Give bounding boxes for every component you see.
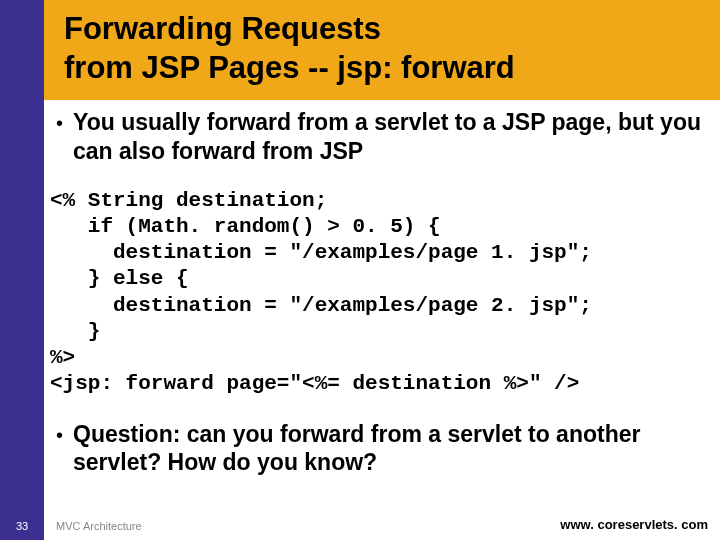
sidebar-accent [0,0,44,540]
title-line-1: Forwarding Requests [64,11,381,46]
footer-right: www. coreservlets. com [560,517,708,532]
footer-left: MVC Architecture [56,520,142,532]
bullet-2: • Question: can you forward from a servl… [56,420,704,478]
bullet-dot-icon: • [56,422,63,448]
page-number: 33 [12,520,32,532]
bullet-1: • You usually forward from a servlet to … [56,108,704,166]
slide-content: • You usually forward from a servlet to … [56,108,704,487]
bullet-2-text: Question: can you forward from a servlet… [73,420,704,478]
bullet-dot-icon: • [56,110,63,136]
title-line-2: from JSP Pages -- jsp: forward [64,50,515,85]
code-block: <% String destination; if (Math. random(… [50,188,704,398]
bullet-1-text: You usually forward from a servlet to a … [73,108,704,166]
slide-title: Forwarding Requests from JSP Pages -- js… [64,10,515,88]
